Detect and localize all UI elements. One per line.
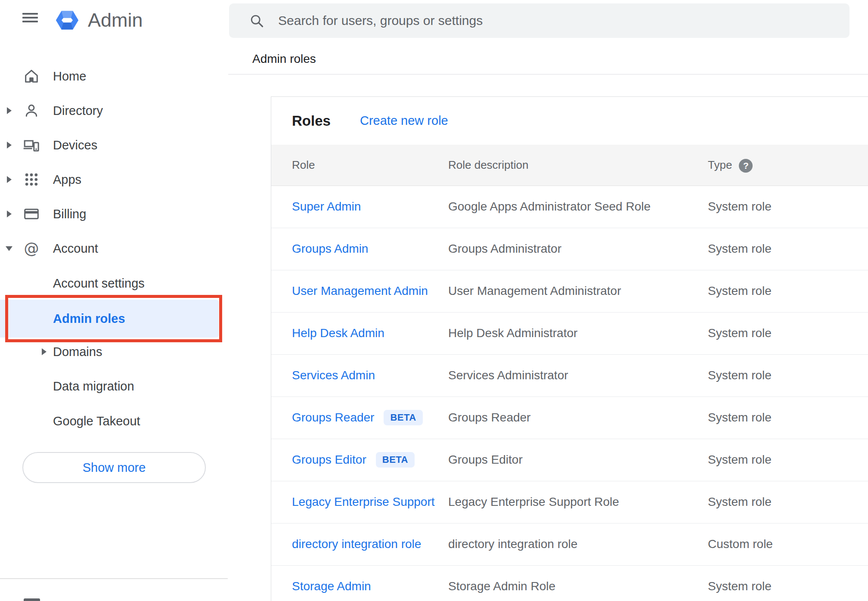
role-description: Services Administrator (448, 369, 568, 382)
role-link[interactable]: Help Desk Admin (292, 326, 384, 340)
person-icon (23, 102, 40, 119)
support-icon[interactable] (24, 598, 40, 601)
role-type: System role (708, 200, 772, 214)
role-type: System role (708, 579, 772, 593)
apps-grid-icon (23, 171, 40, 188)
home-icon (23, 68, 40, 85)
sidebar-item-account-settings[interactable]: Account settings (0, 266, 228, 300)
role-link[interactable]: Groups Editor (292, 453, 366, 467)
beta-badge: BETA (376, 452, 415, 468)
sidebar-item-devices[interactable]: Devices (0, 128, 228, 162)
beta-badge: BETA (384, 410, 422, 425)
role-link[interactable]: Groups Admin (292, 242, 368, 256)
show-more-button[interactable]: Show more (22, 452, 206, 483)
table-row[interactable]: Storage Admin Storage Admin Role System … (271, 565, 868, 601)
expand-arrow-icon[interactable] (7, 211, 12, 217)
role-link[interactable]: directory integration role (292, 537, 421, 551)
role-link[interactable]: Groups Reader (292, 411, 374, 424)
role-type: System role (708, 326, 772, 340)
roles-panel-header: Roles Create new role (271, 97, 868, 145)
sidebar-item-label: Domains (53, 335, 102, 369)
role-link[interactable]: Legacy Enterprise Support (292, 495, 435, 509)
role-description: Groups Editor (448, 453, 523, 467)
role-type: System role (708, 495, 772, 509)
role-link[interactable]: Storage Admin (292, 579, 371, 593)
sidebar-item-label: Admin roles (53, 300, 125, 338)
search-input[interactable] (229, 3, 849, 38)
table-row[interactable]: Help Desk Admin Help Desk Administrator … (271, 312, 868, 355)
global-search[interactable] (229, 3, 849, 38)
sidebar-item-home[interactable]: Home (0, 59, 228, 93)
roles-table-header: Role Role description Type? (271, 145, 868, 186)
role-description: Storage Admin Role (448, 579, 555, 593)
sidebar-item-label: Apps (53, 162, 81, 197)
table-row[interactable]: Groups Editor BETA Groups Editor System … (271, 439, 868, 481)
sidebar-item-directory[interactable]: Directory (0, 93, 228, 128)
create-new-role-link[interactable]: Create new role (360, 97, 448, 145)
sidebar-item-billing[interactable]: Billing (0, 197, 228, 231)
credit-card-icon (23, 205, 40, 223)
table-row[interactable]: Services Admin Services Administrator Sy… (271, 354, 868, 397)
role-type: System role (708, 242, 772, 256)
column-header-role: Role (292, 145, 315, 186)
header-divider (228, 74, 868, 74)
menu-hamburger-icon[interactable] (22, 13, 38, 22)
admin-console-page: Admin Admin roles Home Directory (0, 0, 868, 601)
role-description: Help Desk Administrator (448, 326, 577, 340)
sidebar-item-apps[interactable]: Apps (0, 162, 228, 197)
role-link[interactable]: User Management Admin (292, 284, 428, 298)
column-header-description: Role description (448, 145, 528, 186)
sidebar-item-label: Data migration (53, 369, 134, 403)
column-header-type: Type? (708, 145, 753, 186)
role-type: System role (708, 411, 772, 424)
role-description: Groups Reader (448, 411, 530, 424)
sidebar-item-label: Billing (53, 197, 86, 231)
breadcrumb: Admin roles (252, 52, 316, 66)
role-type: System role (708, 369, 772, 382)
at-sign-icon: @ (23, 240, 40, 257)
collapse-arrow-icon[interactable] (6, 246, 12, 251)
roles-panel: Roles Create new role Role Role descript… (271, 96, 868, 601)
role-description: Groups Administrator (448, 242, 561, 256)
svg-text:@: @ (24, 240, 39, 257)
sidebar-item-label: Directory (53, 93, 103, 128)
role-link[interactable]: Super Admin (292, 200, 361, 214)
app-title: Admin (88, 9, 143, 32)
expand-arrow-icon[interactable] (7, 142, 12, 149)
table-row[interactable]: User Management Admin User Management Ad… (271, 270, 868, 313)
sidebar-item-domains[interactable]: Domains (0, 335, 228, 369)
sidebar-item-label: Google Takeout (53, 404, 140, 438)
sidebar-item-account[interactable]: @ Account (0, 231, 228, 266)
devices-icon (23, 136, 40, 154)
role-link[interactable]: Services Admin (292, 369, 375, 382)
role-type: Custom role (708, 537, 773, 551)
table-row[interactable]: Groups Admin Groups Administrator System… (271, 228, 868, 270)
expand-arrow-icon[interactable] (7, 176, 12, 183)
sidebar-item-label: Home (53, 59, 86, 93)
table-row[interactable]: directory integration role directory int… (271, 523, 868, 566)
sidebar-item-google-takeout[interactable]: Google Takeout (0, 404, 228, 438)
role-type: System role (708, 453, 772, 467)
sidebar-item-label: Account (53, 231, 98, 266)
sidebar-item-label: Devices (53, 128, 97, 162)
role-type: System role (708, 284, 772, 298)
sidebar-item-admin-roles[interactable]: Admin roles (0, 300, 219, 338)
expand-arrow-icon[interactable] (42, 348, 46, 355)
help-icon[interactable]: ? (739, 159, 753, 173)
role-description: User Management Administrator (448, 284, 621, 298)
expand-arrow-icon[interactable] (7, 107, 12, 114)
table-row[interactable]: Super Admin Google Apps Administrator Se… (271, 186, 868, 228)
table-row[interactable]: Legacy Enterprise Support Legacy Enterpr… (271, 481, 868, 524)
role-description: Legacy Enterprise Support Role (448, 495, 619, 509)
sidebar-item-label: Account settings (53, 266, 145, 300)
table-row[interactable]: Groups Reader BETA Groups Reader System … (271, 397, 868, 439)
role-description: directory integration role (448, 537, 577, 551)
role-description: Google Apps Administrator Seed Role (448, 200, 651, 214)
sidebar-item-data-migration[interactable]: Data migration (0, 369, 228, 403)
sidebar-footer-divider (0, 578, 228, 579)
panel-title: Roles (292, 97, 331, 145)
google-admin-logo-icon[interactable] (55, 8, 79, 32)
